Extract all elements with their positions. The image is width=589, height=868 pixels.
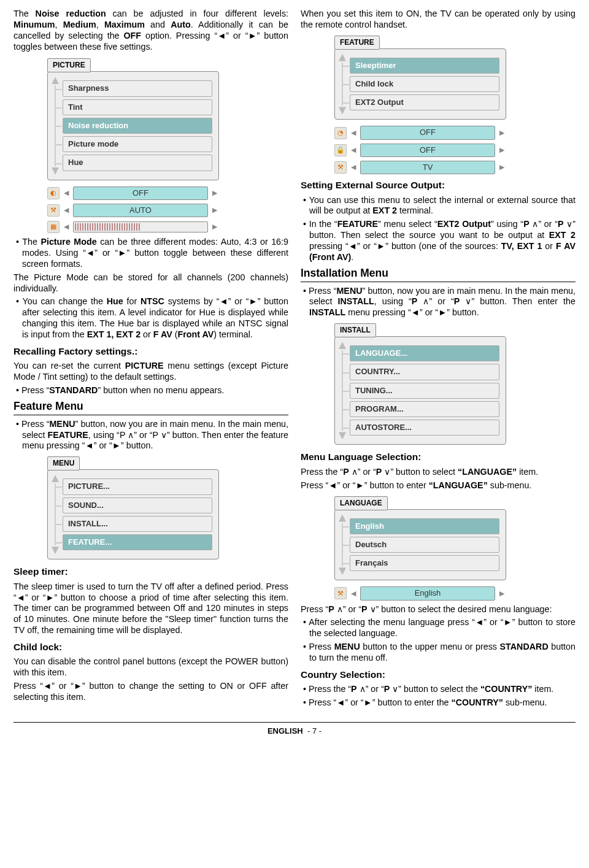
osd-item: SOUND... [63, 497, 212, 513]
child-para1: You can disable the control panel button… [13, 656, 288, 678]
recall-heading: Recalling Factory settings.: [13, 345, 288, 357]
osd-item: EXT2 Output [350, 94, 499, 110]
value-off: OFF [360, 126, 495, 139]
hue-slider [73, 221, 208, 232]
lang-bullet1: After selecting the menu language press … [301, 617, 576, 639]
ext-heading: Setting External Source Output: [301, 179, 576, 191]
osd-item: Picture mode [63, 136, 212, 152]
picture-mode-para: The Picture Mode can be three different … [13, 237, 288, 270]
value-row: ⚒ ◀ TV ▶ [334, 161, 506, 174]
osd-item: Hue [63, 155, 212, 171]
osd-picture-tab: PICTURE [47, 58, 91, 72]
child-para2: Press “◄” or “►” button to change the se… [13, 681, 288, 703]
osd-item: AUTOSTORE... [350, 420, 499, 436]
right-arrow-icon: ▶ [498, 128, 506, 139]
value-off: OFF [360, 144, 495, 157]
child-heading: Child lock: [13, 641, 288, 653]
left-column: The Noise reduction can be adjusted in f… [13, 9, 288, 711]
wrench-icon: ⚒ [334, 587, 347, 599]
osd-item-selected: Sleeptimer [350, 58, 499, 74]
osd-item: Child lock [350, 76, 499, 92]
footer-language: ENGLISH [268, 726, 303, 735]
value-row-slider: ▦ ◀ ▶ [47, 221, 219, 233]
sleep-para: The sleep timer is used to turn the TV o… [13, 582, 288, 636]
value-tv: TV [360, 161, 495, 174]
osd-item: INSTALL... [63, 516, 212, 532]
left-arrow-icon: ◀ [62, 205, 71, 216]
right-arrow-icon: ▶ [498, 588, 506, 599]
recall-bullet: Press “STANDARD” button when no menu app… [13, 385, 288, 396]
value-row: ◔ ◀ OFF ▶ [334, 126, 506, 139]
osd-item-selected: English [350, 518, 499, 534]
right-column: When you set this item to ON, the TV can… [301, 9, 576, 711]
value-row-english: ⚒ ◀ English ▶ [334, 586, 506, 600]
country-heading: Country Selection: [301, 669, 576, 680]
lang-bullet2: Press MENU button to the upper menu or p… [301, 642, 576, 664]
footer-divider [13, 722, 576, 723]
osd-menu-body: PICTURE... SOUND... INSTALL... FEATURE..… [47, 469, 219, 559]
right-arrow-icon: ▶ [210, 188, 219, 199]
picture-mode-para2: The Picture Mode can be stored for all c… [13, 272, 288, 294]
osd-picture-body: Sharpness Tint Noise reduction Picture m… [47, 71, 219, 180]
osd-item: TUNING... [350, 383, 499, 399]
osd-item: Deutsch [350, 537, 499, 553]
left-arrow-icon: ◀ [349, 162, 358, 173]
footer-page: - 7 - [307, 726, 321, 735]
right-intro: When you set this item to ON, the TV can… [301, 9, 576, 31]
feature-heading: Feature Menu [13, 400, 288, 415]
right-arrow-icon: ▶ [498, 162, 506, 173]
ext-bullet2: In the “FEATURE” menu select “EXT2 Outpu… [301, 219, 576, 263]
right-arrow-icon: ▶ [210, 205, 219, 216]
feature-para: Press “MENU” button, now you are in main… [13, 419, 288, 452]
sleep-heading: Sleep timer: [13, 566, 288, 577]
wrench-icon: ⚒ [47, 204, 60, 217]
osd-item-selected: LANGUAGE... [350, 345, 499, 361]
lock-icon: 🔒 [334, 144, 347, 156]
right-arrow-icon: ▶ [498, 145, 506, 156]
left-arrow-icon: ◀ [349, 128, 358, 139]
value-row: 🔒 ◀ OFF ▶ [334, 144, 506, 157]
value-row-off: ◐ ◀ OFF ▶ [47, 186, 219, 200]
osd-feature-body: Sleeptimer Child lock EXT2 Output [334, 48, 506, 120]
left-arrow-icon: ◀ [62, 221, 71, 232]
page-footer: ENGLISH - 7 - [13, 726, 576, 736]
lang-para2: Press “◄” or “►” button to enter “LANGUA… [301, 480, 576, 491]
osd-item: Français [350, 555, 499, 571]
timer-icon: ◔ [334, 127, 347, 139]
osd-language-tab: LANGUAGE [334, 496, 388, 510]
osd-item: Sharpness [63, 80, 212, 96]
osd-item-selected: FEATURE... [63, 534, 212, 550]
install-heading: Installation Menu [301, 267, 576, 282]
country-bullet2: Press “◄” or “►” button to enter the “CO… [301, 697, 576, 709]
wrench-icon: ⚒ [334, 161, 347, 174]
value-row-auto: ⚒ ◀ AUTO ▶ [47, 204, 219, 217]
left-arrow-icon: ◀ [62, 188, 71, 199]
osd-item-selected: Noise reduction [63, 118, 212, 134]
value-english: English [360, 586, 495, 600]
country-bullet1: Press the “P ∧” or “P ∨” button to selec… [301, 684, 576, 695]
left-arrow-icon: ◀ [349, 145, 358, 156]
osd-item: COUNTRY... [350, 364, 499, 380]
hue-icon: ▦ [47, 221, 60, 233]
osd-menu-tab: MENU [47, 456, 80, 470]
osd-feature-tab: FEATURE [334, 36, 380, 50]
osd-item: PICTURE... [63, 478, 212, 494]
slider-icon: ◐ [47, 187, 60, 199]
install-para: Press “MENU” button, now you are in main… [301, 286, 576, 319]
osd-language-body: English Deutsch Français [334, 509, 506, 581]
hue-para: You can change the Hue for NTSC systems … [13, 296, 288, 340]
right-arrow-icon: ▶ [210, 221, 219, 232]
lang-para1: Press the “P ∧” or “P ∨” button to selec… [301, 467, 576, 478]
intro-noise: The Noise reduction can be adjusted in f… [13, 9, 288, 52]
osd-item: PROGRAM... [350, 401, 499, 417]
recall-para: You can re-set the current PICTURE menu … [13, 361, 288, 383]
ext-bullet1: You can use this menu to select the inte… [301, 195, 576, 217]
left-arrow-icon: ◀ [349, 588, 358, 599]
value-off: OFF [73, 186, 208, 200]
osd-install-tab: INSTALL [334, 323, 376, 337]
osd-install-body: LANGUAGE... COUNTRY... TUNING... PROGRAM… [334, 336, 506, 445]
osd-item: Tint [63, 99, 212, 115]
lang-heading: Menu Language Selection: [301, 451, 576, 463]
value-auto: AUTO [73, 204, 208, 217]
lang-para3: Press “P ∧” or “P ∨” button to select th… [301, 604, 576, 615]
